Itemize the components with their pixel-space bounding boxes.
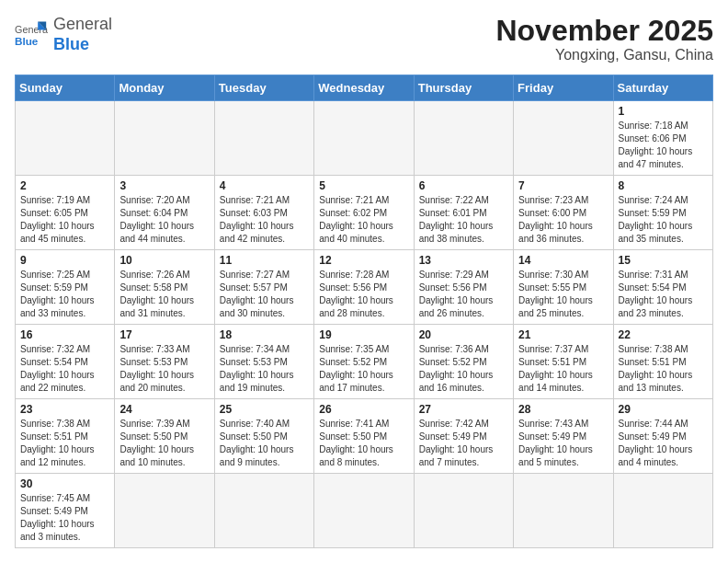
table-row (414, 101, 513, 176)
table-row: 15Sunrise: 7:31 AM Sunset: 5:54 PM Dayli… (613, 250, 712, 325)
day-number: 26 (319, 403, 408, 416)
day-number: 30 (20, 477, 109, 490)
day-info: Sunrise: 7:18 AM Sunset: 6:06 PM Dayligh… (619, 120, 708, 171)
table-row: 10Sunrise: 7:26 AM Sunset: 5:58 PM Dayli… (115, 250, 214, 325)
day-info: Sunrise: 7:38 AM Sunset: 5:51 PM Dayligh… (619, 343, 708, 395)
day-number: 7 (518, 179, 608, 192)
page-header: General Blue General Blue November 2025 … (15, 15, 713, 63)
table-row (16, 101, 115, 176)
day-info: Sunrise: 7:30 AM Sunset: 5:55 PM Dayligh… (518, 269, 608, 320)
day-number: 15 (619, 254, 708, 267)
table-row: 1Sunrise: 7:18 AM Sunset: 6:06 PM Daylig… (613, 101, 712, 176)
day-info: Sunrise: 7:37 AM Sunset: 5:51 PM Dayligh… (518, 343, 608, 395)
day-info: Sunrise: 7:22 AM Sunset: 6:01 PM Dayligh… (419, 194, 508, 246)
day-number: 21 (518, 328, 608, 341)
day-info: Sunrise: 7:29 AM Sunset: 5:56 PM Dayligh… (419, 269, 508, 320)
day-info: Sunrise: 7:20 AM Sunset: 6:04 PM Dayligh… (119, 194, 209, 246)
calendar-week-row: 16Sunrise: 7:32 AM Sunset: 5:54 PM Dayli… (16, 325, 713, 399)
table-row: 3Sunrise: 7:20 AM Sunset: 6:04 PM Daylig… (115, 176, 214, 250)
title-area: November 2025 Yongxing, Gansu, China (495, 15, 713, 63)
day-info: Sunrise: 7:45 AM Sunset: 5:49 PM Dayligh… (20, 492, 109, 544)
day-info: Sunrise: 7:44 AM Sunset: 5:49 PM Dayligh… (619, 418, 708, 469)
table-row (414, 474, 513, 548)
day-number: 24 (119, 403, 209, 416)
table-row (514, 474, 613, 548)
day-number: 12 (319, 254, 408, 267)
day-info: Sunrise: 7:32 AM Sunset: 5:54 PM Dayligh… (20, 343, 109, 395)
table-row: 23Sunrise: 7:38 AM Sunset: 5:51 PM Dayli… (16, 399, 115, 474)
table-row (613, 474, 712, 548)
day-info: Sunrise: 7:26 AM Sunset: 5:58 PM Dayligh… (119, 269, 209, 320)
col-thursday: Thursday (414, 75, 513, 101)
day-info: Sunrise: 7:42 AM Sunset: 5:49 PM Dayligh… (419, 418, 508, 469)
calendar-header-row: Sunday Monday Tuesday Wednesday Thursday… (16, 75, 713, 101)
day-info: Sunrise: 7:35 AM Sunset: 5:52 PM Dayligh… (319, 343, 408, 395)
table-row: 19Sunrise: 7:35 AM Sunset: 5:52 PM Dayli… (314, 325, 414, 399)
day-info: Sunrise: 7:36 AM Sunset: 5:52 PM Dayligh… (419, 343, 508, 395)
table-row: 30Sunrise: 7:45 AM Sunset: 5:49 PM Dayli… (16, 474, 115, 548)
calendar-week-row: 23Sunrise: 7:38 AM Sunset: 5:51 PM Dayli… (16, 399, 713, 474)
table-row (314, 101, 414, 176)
logo: General Blue General Blue (15, 15, 112, 54)
logo-label: General Blue (53, 15, 112, 53)
day-number: 27 (419, 403, 508, 416)
calendar-week-row: 9Sunrise: 7:25 AM Sunset: 5:59 PM Daylig… (16, 250, 713, 325)
day-number: 2 (20, 179, 109, 192)
table-row: 7Sunrise: 7:23 AM Sunset: 6:00 PM Daylig… (514, 176, 613, 250)
day-number: 11 (220, 254, 309, 267)
day-number: 8 (619, 179, 708, 192)
day-number: 19 (319, 328, 408, 341)
day-info: Sunrise: 7:39 AM Sunset: 5:50 PM Dayligh… (119, 418, 209, 469)
day-number: 17 (119, 328, 209, 341)
calendar-week-row: 2Sunrise: 7:19 AM Sunset: 6:05 PM Daylig… (16, 176, 713, 250)
col-saturday: Saturday (613, 75, 712, 101)
svg-text:Blue: Blue (15, 34, 39, 46)
table-row: 12Sunrise: 7:28 AM Sunset: 5:56 PM Dayli… (314, 250, 414, 325)
table-row (514, 101, 613, 176)
day-info: Sunrise: 7:21 AM Sunset: 6:02 PM Dayligh… (319, 194, 408, 246)
table-row: 13Sunrise: 7:29 AM Sunset: 5:56 PM Dayli… (414, 250, 513, 325)
table-row: 14Sunrise: 7:30 AM Sunset: 5:55 PM Dayli… (514, 250, 613, 325)
table-row: 28Sunrise: 7:43 AM Sunset: 5:49 PM Dayli… (514, 399, 613, 474)
table-row: 2Sunrise: 7:19 AM Sunset: 6:05 PM Daylig… (16, 176, 115, 250)
day-number: 16 (20, 328, 109, 341)
table-row: 18Sunrise: 7:34 AM Sunset: 5:53 PM Dayli… (214, 325, 313, 399)
day-info: Sunrise: 7:21 AM Sunset: 6:03 PM Dayligh… (220, 194, 309, 246)
logo-icon: General Blue (15, 18, 48, 52)
col-sunday: Sunday (16, 75, 115, 101)
table-row: 22Sunrise: 7:38 AM Sunset: 5:51 PM Dayli… (613, 325, 712, 399)
table-row: 6Sunrise: 7:22 AM Sunset: 6:01 PM Daylig… (414, 176, 513, 250)
calendar-week-row: 30Sunrise: 7:45 AM Sunset: 5:49 PM Dayli… (16, 474, 713, 548)
day-number: 6 (419, 179, 508, 192)
table-row: 29Sunrise: 7:44 AM Sunset: 5:49 PM Dayli… (613, 399, 712, 474)
col-friday: Friday (514, 75, 613, 101)
day-number: 4 (220, 179, 309, 192)
day-info: Sunrise: 7:19 AM Sunset: 6:05 PM Dayligh… (20, 194, 109, 246)
day-info: Sunrise: 7:24 AM Sunset: 5:59 PM Dayligh… (619, 194, 708, 246)
day-info: Sunrise: 7:23 AM Sunset: 6:00 PM Dayligh… (518, 194, 608, 246)
day-info: Sunrise: 7:41 AM Sunset: 5:50 PM Dayligh… (319, 418, 408, 469)
day-number: 14 (518, 254, 608, 267)
day-info: Sunrise: 7:28 AM Sunset: 5:56 PM Dayligh… (319, 269, 408, 320)
day-info: Sunrise: 7:38 AM Sunset: 5:51 PM Dayligh… (20, 418, 109, 469)
table-row: 5Sunrise: 7:21 AM Sunset: 6:02 PM Daylig… (314, 176, 414, 250)
day-info: Sunrise: 7:33 AM Sunset: 5:53 PM Dayligh… (119, 343, 209, 395)
day-number: 28 (518, 403, 608, 416)
col-wednesday: Wednesday (314, 75, 414, 101)
table-row: 21Sunrise: 7:37 AM Sunset: 5:51 PM Dayli… (514, 325, 613, 399)
day-number: 10 (119, 254, 209, 267)
day-number: 29 (619, 403, 708, 416)
table-row (314, 474, 414, 548)
day-number: 5 (319, 179, 408, 192)
day-number: 23 (20, 403, 109, 416)
day-info: Sunrise: 7:25 AM Sunset: 5:59 PM Dayligh… (20, 269, 109, 320)
table-row: 24Sunrise: 7:39 AM Sunset: 5:50 PM Dayli… (115, 399, 214, 474)
day-info: Sunrise: 7:34 AM Sunset: 5:53 PM Dayligh… (220, 343, 309, 395)
day-number: 13 (419, 254, 508, 267)
col-tuesday: Tuesday (214, 75, 313, 101)
table-row: 20Sunrise: 7:36 AM Sunset: 5:52 PM Dayli… (414, 325, 513, 399)
calendar-table: Sunday Monday Tuesday Wednesday Thursday… (15, 75, 713, 548)
table-row: 16Sunrise: 7:32 AM Sunset: 5:54 PM Dayli… (16, 325, 115, 399)
month-title: November 2025 (495, 15, 713, 47)
table-row: 11Sunrise: 7:27 AM Sunset: 5:57 PM Dayli… (214, 250, 313, 325)
